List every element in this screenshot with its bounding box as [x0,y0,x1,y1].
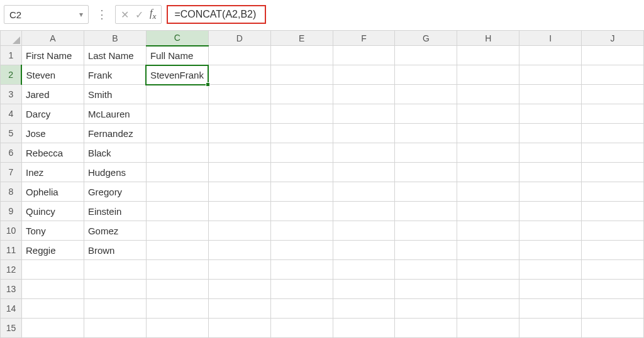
cell-J12[interactable] [582,260,644,280]
cell-F6[interactable] [333,143,395,163]
cell-B5[interactable]: Fernandez [84,124,146,143]
cell-D10[interactable] [208,221,270,241]
cell-H13[interactable] [457,280,519,299]
cell-G10[interactable] [395,221,457,241]
spreadsheet-grid[interactable]: ABCDEFGHIJ1First NameLast NameFull Name2… [0,30,644,338]
cell-C9[interactable] [146,202,208,221]
cell-B6[interactable]: Black [84,143,146,163]
cell-D12[interactable] [208,260,270,280]
cell-H12[interactable] [457,260,519,280]
row-header-6[interactable]: 6 [1,143,22,163]
cell-C15[interactable] [146,319,208,338]
cell-H5[interactable] [457,124,519,143]
cell-I12[interactable] [519,260,582,280]
row-header-3[interactable]: 3 [1,85,22,104]
cell-E13[interactable] [270,280,333,299]
cell-I11[interactable] [519,241,582,260]
cell-C13[interactable] [146,280,208,299]
cell-I3[interactable] [519,85,582,104]
cell-A2[interactable]: Steven [21,65,84,85]
cell-D14[interactable] [208,299,270,319]
cell-G12[interactable] [395,260,457,280]
cell-E10[interactable] [270,221,333,241]
cell-E14[interactable] [270,299,333,319]
cell-D3[interactable] [208,85,270,104]
cell-F12[interactable] [333,260,395,280]
cell-J5[interactable] [582,124,644,143]
cell-G14[interactable] [395,299,457,319]
cell-H3[interactable] [457,85,519,104]
cell-C2[interactable]: StevenFrank [146,65,208,85]
cell-D7[interactable] [208,163,270,182]
cell-J3[interactable] [582,85,644,104]
cell-I6[interactable] [519,143,582,163]
cell-J6[interactable] [582,143,644,163]
cell-B10[interactable]: Gomez [84,221,146,241]
cell-A11[interactable]: Reggie [21,241,84,260]
cell-J2[interactable] [582,65,644,85]
row-header-12[interactable]: 12 [1,260,22,280]
cell-E4[interactable] [270,104,333,124]
cell-A3[interactable]: Jared [21,85,84,104]
cell-G6[interactable] [395,143,457,163]
cell-E15[interactable] [270,319,333,338]
cell-I15[interactable] [519,319,582,338]
row-header-8[interactable]: 8 [1,182,22,202]
cell-E6[interactable] [270,143,333,163]
cell-H1[interactable] [457,46,519,65]
cell-J14[interactable] [582,299,644,319]
cell-E7[interactable] [270,163,333,182]
cell-D6[interactable] [208,143,270,163]
column-header-I[interactable]: I [519,31,582,46]
row-header-14[interactable]: 14 [1,299,22,319]
cell-B13[interactable] [84,280,146,299]
cell-C10[interactable] [146,221,208,241]
cell-G1[interactable] [395,46,457,65]
cell-F7[interactable] [333,163,395,182]
cell-C6[interactable] [146,143,208,163]
row-header-11[interactable]: 11 [1,241,22,260]
row-header-1[interactable]: 1 [1,46,22,65]
cell-I10[interactable] [519,221,582,241]
cell-I7[interactable] [519,163,582,182]
cell-A9[interactable]: Quincy [21,202,84,221]
chevron-down-icon[interactable]: ▾ [79,10,83,19]
cell-F1[interactable] [333,46,395,65]
cell-B15[interactable] [84,319,146,338]
cell-D8[interactable] [208,182,270,202]
cell-B14[interactable] [84,299,146,319]
cell-H7[interactable] [457,163,519,182]
enter-icon[interactable]: ✓ [135,9,143,21]
cell-D1[interactable] [208,46,270,65]
column-header-J[interactable]: J [582,31,644,46]
cell-B2[interactable]: Frank [84,65,146,85]
cell-E8[interactable] [270,182,333,202]
cell-C4[interactable] [146,104,208,124]
cell-D5[interactable] [208,124,270,143]
cell-A6[interactable]: Rebecca [21,143,84,163]
cell-H4[interactable] [457,104,519,124]
cell-J10[interactable] [582,221,644,241]
cell-F4[interactable] [333,104,395,124]
cell-C11[interactable] [146,241,208,260]
cell-F2[interactable] [333,65,395,85]
row-header-15[interactable]: 15 [1,319,22,338]
column-header-G[interactable]: G [395,31,457,46]
cell-B8[interactable]: Gregory [84,182,146,202]
cancel-icon[interactable]: ✕ [121,9,129,21]
cell-C14[interactable] [146,299,208,319]
fx-icon[interactable]: fx [150,8,156,21]
cell-F13[interactable] [333,280,395,299]
cell-F11[interactable] [333,241,395,260]
cell-G8[interactable] [395,182,457,202]
column-header-B[interactable]: B [84,31,146,46]
formula-bar-input[interactable]: =CONCAT(A2,B2) [167,5,266,24]
cell-G13[interactable] [395,280,457,299]
row-header-7[interactable]: 7 [1,163,22,182]
cell-A14[interactable] [21,299,84,319]
cell-F9[interactable] [333,202,395,221]
cell-A13[interactable] [21,280,84,299]
row-header-2[interactable]: 2 [1,65,22,85]
cell-A4[interactable]: Darcy [21,104,84,124]
cell-B9[interactable]: Einstein [84,202,146,221]
